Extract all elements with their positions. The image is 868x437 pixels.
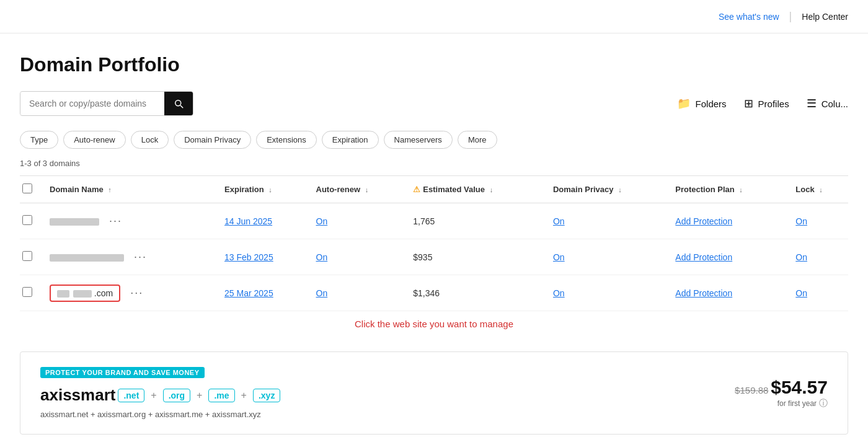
- header-lock[interactable]: Lock ↓: [790, 176, 848, 203]
- row1-value-amount: 1,765: [413, 216, 435, 226]
- info-icon[interactable]: ⓘ: [819, 398, 828, 408]
- filter-domain-privacy[interactable]: Domain Privacy: [174, 131, 251, 149]
- row3-checkbox-cell: [20, 275, 45, 311]
- promo-domains-row: axissmart .net + .org + .me + .xyz: [40, 386, 280, 405]
- row2-checkbox[interactable]: [22, 251, 32, 261]
- row3-estimated-value: $1,346: [408, 275, 548, 311]
- row2-auto-renew-status[interactable]: On: [316, 252, 328, 262]
- header-expiration[interactable]: Expiration ↓: [219, 176, 311, 203]
- columns-button[interactable]: ☰ Colu...: [807, 97, 848, 110]
- row3-value-amount: $1,346: [413, 288, 440, 298]
- help-center-link[interactable]: Help Center: [802, 12, 848, 22]
- row1-expiration-date[interactable]: 14 Jun 2025: [224, 216, 272, 226]
- row3-more-options[interactable]: ···: [125, 284, 148, 302]
- table-header-row: Domain Name ↑ Expiration ↓ Auto-renew ↓ …: [20, 176, 848, 203]
- top-bar-divider: |: [789, 10, 792, 23]
- row3-domain-text[interactable]: .com: [50, 285, 120, 302]
- instruction-text: Click the web site you want to manage: [20, 311, 848, 342]
- row1-domain-text[interactable]: [50, 216, 99, 226]
- promo-banner: PROTECT YOUR BRAND AND SAVE MONEY axissm…: [20, 351, 848, 435]
- filter-expiration[interactable]: Expiration: [322, 131, 379, 149]
- promo-badge: PROTECT YOUR BRAND AND SAVE MONEY: [40, 367, 205, 378]
- header-domain-privacy[interactable]: Domain Privacy ↓: [548, 176, 670, 203]
- row3-add-protection[interactable]: Add Protection: [675, 288, 732, 298]
- filter-extensions[interactable]: Extensions: [256, 131, 317, 149]
- row3-lock-status[interactable]: On: [795, 288, 807, 298]
- promo-plus-1: +: [151, 390, 156, 401]
- top-bar: See what's new | Help Center: [0, 0, 868, 33]
- filter-lock[interactable]: Lock: [131, 131, 169, 149]
- promo-tld-xyz[interactable]: .xyz: [253, 389, 280, 402]
- row3-domain-name-container: .com ···: [50, 284, 215, 302]
- row1-protection-plan: Add Protection: [670, 203, 790, 239]
- row1-add-protection[interactable]: Add Protection: [675, 216, 732, 226]
- row1-checkbox[interactable]: [22, 215, 32, 225]
- domain-table-container: Domain Name ↑ Expiration ↓ Auto-renew ↓ …: [20, 175, 848, 311]
- domain-count: 1-3 of 3 domains: [20, 159, 848, 168]
- profiles-button[interactable]: ⊞ Profiles: [744, 97, 789, 110]
- row2-domain-name-container: ···: [50, 248, 215, 266]
- header-domain-name[interactable]: Domain Name ↑: [45, 176, 219, 203]
- folders-label: Folders: [696, 99, 727, 109]
- search-input[interactable]: [20, 92, 164, 115]
- folder-icon: 📁: [677, 97, 691, 110]
- filter-auto-renew[interactable]: Auto-renew: [63, 131, 125, 149]
- row3-domain-redacted-part2: [73, 290, 92, 298]
- promo-tld-org[interactable]: .org: [163, 389, 190, 402]
- row2-privacy-status[interactable]: On: [553, 252, 565, 262]
- sort-arrow-auto-renew: ↓: [365, 186, 369, 193]
- sort-arrow-lock: ↓: [819, 186, 823, 193]
- search-button[interactable]: [164, 92, 193, 115]
- sort-arrow-estimated: ↓: [490, 186, 494, 193]
- row3-lock: On: [790, 275, 848, 311]
- row2-expiration-date[interactable]: 13 Feb 2025: [224, 252, 273, 262]
- header-auto-renew[interactable]: Auto-renew ↓: [311, 176, 409, 203]
- promo-tld-net[interactable]: .net: [118, 389, 144, 402]
- columns-icon: ☰: [807, 97, 817, 110]
- row3-auto-renew-status[interactable]: On: [316, 288, 328, 298]
- profiles-label: Profiles: [758, 99, 789, 109]
- see-whats-new-link[interactable]: See what's new: [719, 12, 779, 22]
- row1-domain-cell: ···: [45, 203, 219, 239]
- search-container: [20, 91, 193, 116]
- table-row: ··· 14 Jun 2025 On 1,765 On: [20, 203, 848, 239]
- row1-auto-renew-status[interactable]: On: [316, 216, 328, 226]
- row1-lock-status[interactable]: On: [795, 216, 807, 226]
- row2-auto-renew: On: [311, 239, 409, 275]
- row2-expiration: 13 Feb 2025: [219, 239, 311, 275]
- header-estimated-value[interactable]: ⚠Estimated Value ↓: [408, 176, 548, 203]
- row2-domain-privacy: On: [548, 239, 670, 275]
- header-protection-plan[interactable]: Protection Plan ↓: [670, 176, 790, 203]
- filter-more[interactable]: More: [458, 131, 497, 149]
- row2-domain-text[interactable]: [50, 252, 124, 262]
- row3-expiration-date[interactable]: 25 Mar 2025: [224, 288, 273, 298]
- row1-domain-privacy: On: [548, 203, 670, 239]
- row3-privacy-status[interactable]: On: [553, 288, 565, 298]
- row2-add-protection[interactable]: Add Protection: [675, 252, 732, 262]
- row2-protection-plan: Add Protection: [670, 239, 790, 275]
- toolbar: 📁 Folders ⊞ Profiles ☰ Colu...: [20, 91, 848, 116]
- filter-bar: Type Auto-renew Lock Domain Privacy Exte…: [20, 131, 848, 149]
- promo-tld-me[interactable]: .me: [208, 389, 234, 402]
- row1-privacy-status[interactable]: On: [553, 216, 565, 226]
- row2-domain-redacted: [50, 254, 124, 262]
- folders-button[interactable]: 📁 Folders: [677, 97, 727, 110]
- row1-domain-name-container: ···: [50, 212, 215, 230]
- promo-term-row: for first year ⓘ: [735, 398, 828, 409]
- filter-type[interactable]: Type: [20, 131, 58, 149]
- row3-checkbox[interactable]: [22, 287, 32, 297]
- search-icon: [173, 98, 184, 109]
- toolbar-right: 📁 Folders ⊞ Profiles ☰ Colu...: [677, 97, 848, 110]
- main-content: Domain Portfolio 📁 Folders ⊞ Profiles ☰ …: [0, 33, 868, 435]
- row2-value-amount: $935: [413, 252, 432, 262]
- row2-lock-status[interactable]: On: [795, 252, 807, 262]
- row1-more-options[interactable]: ···: [104, 212, 127, 230]
- domain-table: Domain Name ↑ Expiration ↓ Auto-renew ↓ …: [20, 176, 848, 311]
- filter-nameservers[interactable]: Nameservers: [384, 131, 453, 149]
- row1-estimated-value: 1,765: [408, 203, 548, 239]
- warning-icon: ⚠: [413, 185, 420, 194]
- promo-plus-2: +: [197, 390, 202, 401]
- select-all-checkbox[interactable]: [22, 183, 32, 193]
- row3-domain-cell: .com ···: [45, 275, 219, 311]
- row2-more-options[interactable]: ···: [129, 248, 152, 266]
